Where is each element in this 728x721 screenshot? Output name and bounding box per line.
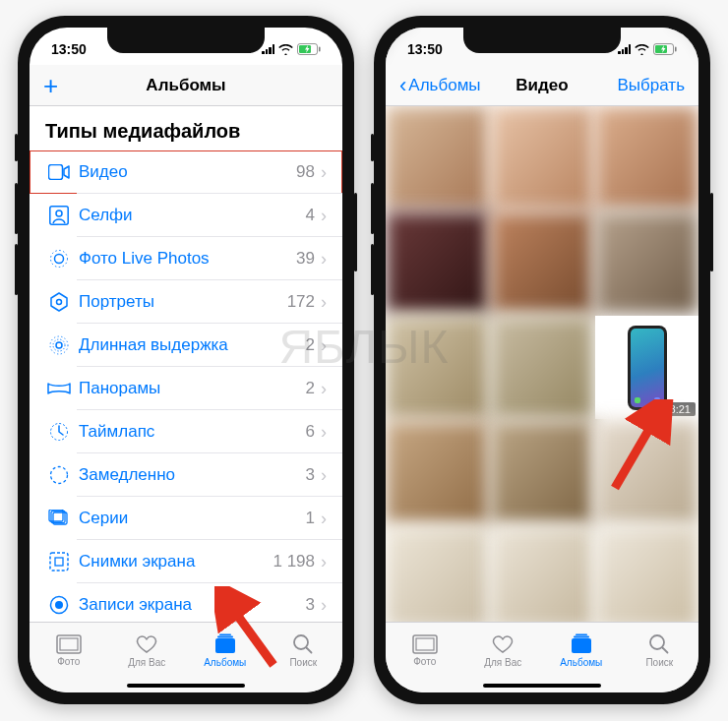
video-thumbnail[interactable] — [491, 106, 594, 210]
back-button[interactable]: ‹ Альбомы — [390, 69, 491, 102]
video-thumbnail[interactable] — [386, 316, 489, 419]
search-icon — [648, 633, 670, 655]
video-thumbnail[interactable] — [386, 526, 489, 622]
row-label: Длинная выдержка — [73, 335, 306, 355]
home-indicator[interactable] — [127, 684, 245, 688]
svg-rect-24 — [60, 638, 78, 650]
row-livephotos[interactable]: Фото Live Photos 39 › — [30, 237, 342, 280]
tab-albums[interactable]: Альбомы — [186, 623, 265, 679]
svg-rect-32 — [675, 47, 677, 52]
tab-foryou[interactable]: Для Вас — [108, 623, 187, 679]
video-thumbnail[interactable] — [491, 316, 594, 419]
tab-bar: Фото Для Вас Альбомы Поиск — [386, 622, 698, 692]
row-screenrecords[interactable]: Записи экрана 3 › — [30, 583, 342, 622]
svg-rect-3 — [49, 165, 63, 180]
svg-point-13 — [51, 467, 68, 484]
svg-point-9 — [56, 342, 62, 348]
tab-foryou[interactable]: Для Вас — [464, 623, 543, 679]
notch — [463, 28, 621, 53]
row-longexposure[interactable]: Длинная выдержка 2 › — [30, 324, 342, 367]
wifi-icon — [278, 44, 293, 55]
wifi-icon — [635, 44, 649, 55]
chevron-right-icon: › — [321, 292, 327, 313]
video-thumbnail[interactable] — [595, 526, 698, 622]
video-thumbnail[interactable] — [386, 421, 489, 524]
tab-label: Фото — [57, 656, 80, 667]
select-button[interactable]: Выбрать — [608, 72, 695, 99]
svg-rect-1 — [299, 45, 311, 53]
video-thumbnail-active[interactable]: 8:21 — [595, 316, 698, 419]
video-thumbnail[interactable] — [386, 106, 489, 210]
row-label: Замедленно — [73, 465, 306, 485]
row-timelapse[interactable]: Таймлапс 6 › — [30, 410, 342, 453]
row-count: 39 — [296, 249, 315, 269]
tab-photos[interactable]: Фото — [386, 623, 464, 679]
tab-bar: Фото Для Вас Альбомы Поиск — [30, 622, 342, 692]
tab-albums[interactable]: Альбомы — [542, 623, 621, 679]
tab-photos[interactable]: Фото — [30, 623, 108, 679]
albums-icon — [569, 633, 594, 655]
svg-rect-17 — [50, 553, 68, 571]
row-count: 2 — [306, 335, 315, 355]
photos-icon — [412, 634, 438, 654]
row-count: 3 — [306, 465, 315, 485]
tab-label: Поиск — [645, 657, 673, 668]
row-count: 6 — [306, 422, 315, 442]
video-thumbnail[interactable] — [491, 526, 594, 622]
duration-badge: 8:21 — [665, 402, 696, 416]
row-slomo[interactable]: Замедленно 3 › — [30, 453, 342, 497]
svg-point-7 — [51, 251, 68, 268]
row-burst[interactable]: Серии 1 › — [30, 497, 342, 540]
row-label: Видео — [73, 162, 296, 182]
row-count: 3 — [306, 595, 315, 615]
row-label: Портреты — [73, 292, 287, 312]
video-thumbnail[interactable] — [491, 421, 594, 524]
home-indicator[interactable] — [483, 684, 601, 688]
row-portraits[interactable]: Портреты 172 › — [30, 280, 342, 324]
row-screenshots[interactable]: Снимки экрана 1 198 › — [30, 540, 342, 583]
svg-point-8 — [57, 300, 62, 305]
svg-rect-18 — [55, 558, 63, 566]
tab-search[interactable]: Поиск — [621, 623, 699, 679]
phone-mock-left: 13:50 + Альбомы Типы медиафайлов — [18, 16, 354, 704]
svg-rect-35 — [572, 638, 591, 653]
row-video[interactable]: Видео 98 › — [30, 150, 342, 194]
video-thumbnail[interactable] — [595, 106, 698, 210]
add-button[interactable]: + — [33, 69, 68, 102]
tab-label: Для Вас — [128, 657, 165, 668]
photos-icon — [56, 634, 82, 654]
row-count: 1 198 — [273, 552, 315, 571]
selfie-icon — [45, 206, 73, 225]
row-label: Записи экрана — [73, 595, 306, 615]
tab-label: Фото — [413, 656, 436, 667]
phone-mock-right: 13:50 ‹ Альбомы Видео Выбрать — [374, 16, 710, 704]
chevron-right-icon: › — [321, 595, 327, 616]
video-thumbnail[interactable] — [491, 211, 594, 315]
video-grid[interactable]: 8:21 — [386, 106, 698, 622]
svg-rect-37 — [576, 634, 587, 636]
tab-label: Для Вас — [484, 657, 521, 668]
chevron-right-icon: › — [321, 162, 327, 183]
screenrecord-icon — [45, 595, 73, 615]
row-label: Фото Live Photos — [73, 249, 296, 269]
row-count: 2 — [306, 379, 315, 398]
notch — [107, 28, 265, 53]
timelapse-icon — [45, 422, 73, 442]
video-thumbnail[interactable] — [386, 211, 489, 315]
chevron-left-icon: ‹ — [399, 73, 406, 98]
chevron-right-icon: › — [321, 335, 327, 356]
tab-label: Альбомы — [560, 657, 602, 668]
content-scroll[interactable]: Типы медиафайлов Видео 98 › Селфи 4 › Фо… — [30, 106, 342, 622]
video-thumbnail[interactable] — [595, 421, 698, 524]
chevron-right-icon: › — [321, 249, 327, 270]
chevron-right-icon: › — [321, 206, 327, 226]
tab-search[interactable]: Поиск — [265, 623, 343, 679]
row-panoramas[interactable]: Панорамы 2 › — [30, 367, 342, 410]
chevron-right-icon: › — [321, 379, 327, 399]
video-thumbnail[interactable] — [595, 211, 698, 315]
slomo-icon — [45, 465, 73, 485]
row-selfie[interactable]: Селфи 4 › — [30, 194, 342, 237]
status-time: 13:50 — [51, 41, 87, 57]
svg-point-10 — [53, 339, 65, 351]
svg-rect-36 — [574, 636, 589, 638]
